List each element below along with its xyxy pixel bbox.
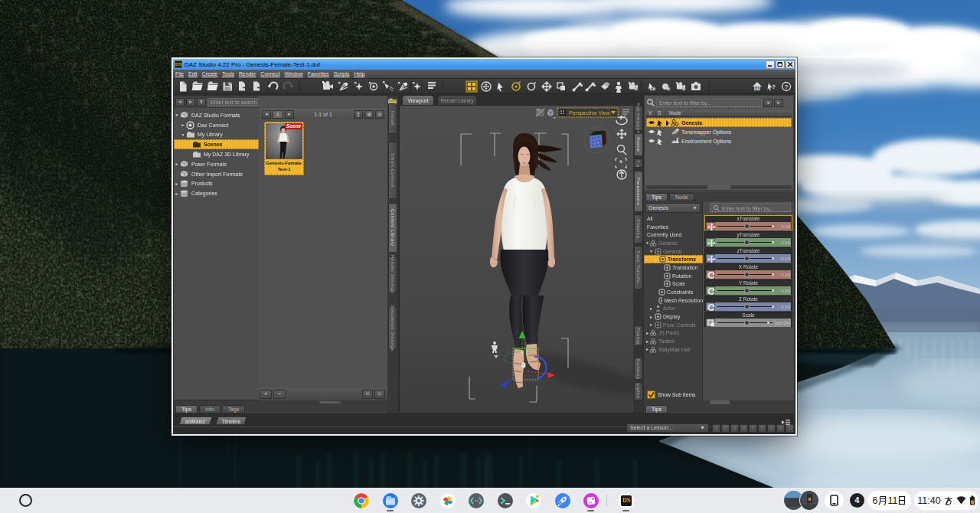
- svg-text:?: ?: [772, 83, 776, 90]
- svg-text:Perspective View: Perspective View: [569, 110, 611, 116]
- svg-text:?: ?: [785, 83, 789, 90]
